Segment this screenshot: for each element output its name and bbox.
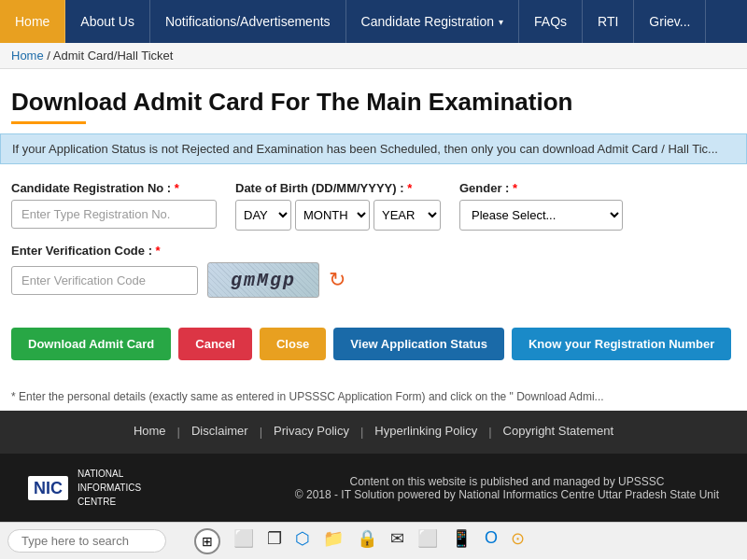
reg-input[interactable] xyxy=(11,200,217,229)
dob-label: Date of Birth (DD/MM/YYYY) : * xyxy=(235,181,441,195)
form-row-1: Candidate Registration No : * Date of Bi… xyxy=(11,181,736,231)
gender-label: Gender : * xyxy=(459,181,623,195)
navbar: Home About Us Notifications/Advertisemen… xyxy=(0,0,747,43)
day-select[interactable]: DAY 010203 xyxy=(235,200,291,231)
footer-disclaimer[interactable]: Disclaimer xyxy=(180,424,260,441)
footer-hyperlinking[interactable]: Hyperlinking Policy xyxy=(363,424,488,441)
close-button[interactable]: Close xyxy=(260,328,326,360)
nav-candidate-reg[interactable]: Candidate Registration ▾ xyxy=(346,0,519,43)
form-section: Candidate Registration No : * Date of Bi… xyxy=(0,164,747,390)
buttons-row: Download Admit Card Cancel Close View Ap… xyxy=(11,328,736,360)
footer-bottom: NIC NATIONAL INFORMATICS CENTRE Content … xyxy=(0,454,747,522)
chevron-down-icon: ▾ xyxy=(499,17,503,27)
taskbar-lock-icon[interactable]: 🔒 xyxy=(357,528,377,554)
form-note: * Enter the personal details (exactly sa… xyxy=(0,390,747,411)
captcha-refresh-button[interactable]: ↻ xyxy=(329,268,345,292)
download-admit-card-button[interactable]: Download Admit Card xyxy=(11,328,171,360)
reg-group: Candidate Registration No : * xyxy=(11,181,217,229)
title-underline xyxy=(11,121,86,124)
taskbar-windows-icon[interactable]: ⊞ xyxy=(194,528,220,554)
taskbar-task-icon[interactable]: ❐ xyxy=(267,528,282,554)
taskbar: ⊞ ⬜ ❐ ⬡ 📁 🔒 ✉ ⬜ 📱 O ⊙ xyxy=(0,522,747,559)
taskbar-outlook-icon[interactable]: O xyxy=(485,528,498,554)
taskbar-folder-icon[interactable]: 📁 xyxy=(323,528,344,554)
verification-label: Enter Verification Code : * xyxy=(11,244,736,258)
info-bar: If your Application Status is not Reject… xyxy=(0,133,747,164)
verification-group: Enter Verification Code : * gmMgp ↻ xyxy=(11,244,736,315)
footer-copyright-text: Content on this website is published and… xyxy=(295,475,719,501)
breadcrumb: Home / Admit Card/Hall Ticket xyxy=(0,43,747,69)
taskbar-search-icon[interactable]: ⬜ xyxy=(233,528,254,554)
taskbar-search[interactable] xyxy=(7,529,166,553)
page-title: Download Admit Card For The Main Examina… xyxy=(11,88,736,117)
nav-griev[interactable]: Griev... xyxy=(634,0,706,43)
verification-row: gmMgp ↻ xyxy=(11,262,736,298)
breadcrumb-home[interactable]: Home xyxy=(11,49,44,63)
nav-about[interactable]: About Us xyxy=(65,0,150,43)
footer-privacy[interactable]: Privacy Policy xyxy=(262,424,360,441)
page-title-section: Download Admit Card For The Main Examina… xyxy=(0,69,747,133)
taskbar-box-icon[interactable]: ⬜ xyxy=(417,528,438,554)
footer-links: Home | Disclaimer | Privacy Policy | Hyp… xyxy=(0,411,747,454)
verification-input[interactable] xyxy=(11,266,198,295)
year-select[interactable]: YEAR 20002001 xyxy=(374,200,441,231)
view-status-button[interactable]: View Application Status xyxy=(333,328,504,360)
taskbar-icons: ⊞ ⬜ ❐ ⬡ 📁 🔒 ✉ ⬜ 📱 O ⊙ xyxy=(194,528,525,554)
cancel-button[interactable]: Cancel xyxy=(178,328,252,360)
nav-notifications[interactable]: Notifications/Advertisements xyxy=(150,0,346,43)
taskbar-phone-icon[interactable]: 📱 xyxy=(451,528,472,554)
reg-label: Candidate Registration No : * xyxy=(11,181,217,195)
month-select[interactable]: MONTH 0102 xyxy=(295,200,370,231)
taskbar-mail-icon[interactable]: ✉ xyxy=(390,528,404,554)
taskbar-chrome-icon[interactable]: ⊙ xyxy=(511,528,525,554)
nav-faqs[interactable]: FAQs xyxy=(519,0,583,43)
breadcrumb-current: Admit Card/Hall Ticket xyxy=(53,49,174,63)
gender-group: Gender : * Please Select... Male Female xyxy=(459,181,623,231)
nic-logo: NIC NATIONAL INFORMATICS CENTRE xyxy=(28,467,141,509)
captcha-image: gmMgp xyxy=(207,262,319,298)
footer-home[interactable]: Home xyxy=(122,424,177,441)
footer-copyright[interactable]: Copyright Statement xyxy=(492,424,626,441)
nav-rti[interactable]: RTI xyxy=(583,0,634,43)
gender-select[interactable]: Please Select... Male Female xyxy=(459,200,623,231)
date-group: DAY 010203 MONTH 0102 YEAR 20002001 xyxy=(235,200,441,231)
dob-group: Date of Birth (DD/MM/YYYY) : * DAY 01020… xyxy=(235,181,441,231)
taskbar-edge-icon[interactable]: ⬡ xyxy=(295,528,310,554)
nav-home[interactable]: Home xyxy=(0,0,65,43)
know-reg-button[interactable]: Know your Registration Number xyxy=(512,328,731,360)
nic-full-name: NATIONAL INFORMATICS CENTRE xyxy=(78,467,141,509)
nic-logo-box: NIC xyxy=(28,476,68,500)
